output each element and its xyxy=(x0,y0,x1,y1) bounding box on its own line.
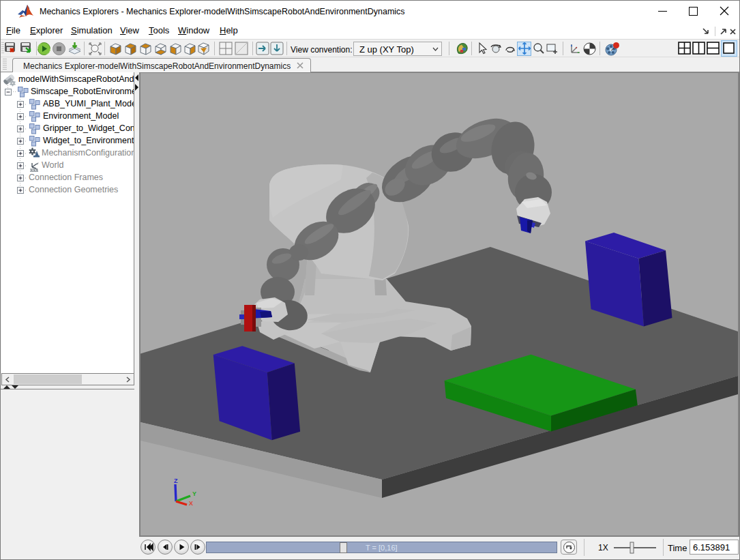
svg-text:Y: Y xyxy=(192,490,196,497)
svg-text:X: X xyxy=(189,500,193,507)
svg-text:Z: Z xyxy=(174,477,178,484)
